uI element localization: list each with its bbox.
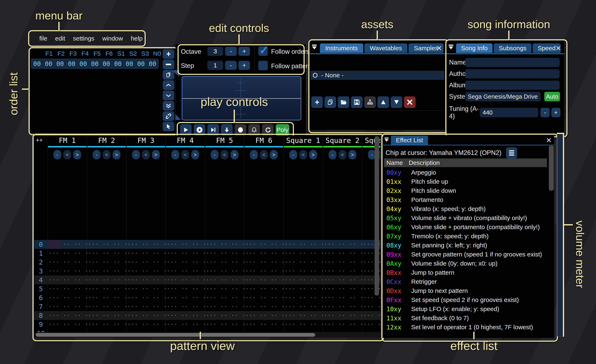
pattern-cell[interactable]: ··· ·· ·· ·· ·· <box>205 259 244 265</box>
order-column-header[interactable]: F5 <box>91 50 103 57</box>
octave-value[interactable]: 3 <box>207 47 223 56</box>
pattern-cell[interactable]: ··· ·· ·· ·· ·· <box>165 250 205 256</box>
pattern-corner-button[interactable]: ++ <box>36 137 43 144</box>
order-cell[interactable]: 00 <box>89 60 101 67</box>
pattern-row[interactable]: 8 ··· ·· ·· ·· ·· ··· ·· ·· ·· ·· ··· ··… <box>34 311 380 320</box>
tuning-value[interactable]: 440 <box>480 108 538 117</box>
follow-pattern-label[interactable]: Follow pattern <box>271 62 312 70</box>
pattern-cell[interactable]: ··· ·· ·· ·· ·· <box>126 313 165 319</box>
order-cell[interactable]: 00 <box>66 60 77 67</box>
pattern-cell[interactable]: ··· ·· ·· ·· ·· <box>205 268 244 274</box>
pattern-row[interactable]: 7 ··· ·· ·· ·· ·· ··· ·· ·· ·· ·· ··· ··… <box>34 302 380 311</box>
order-column-header[interactable]: S1 <box>115 50 127 57</box>
channel-name[interactable]: FM 5 <box>205 136 244 145</box>
order-column-header[interactable]: F6 <box>103 50 115 57</box>
channel-collapse-button[interactable]: - <box>132 150 140 160</box>
order-cell[interactable]: 00 <box>43 60 54 67</box>
song-field-input[interactable] <box>465 81 559 90</box>
assets-tab[interactable]: Instruments <box>320 44 363 53</box>
channel-expand-button[interactable]: > <box>191 150 199 160</box>
pattern-cell[interactable]: ··· ·· ·· ·· ·· <box>126 241 165 247</box>
pattern-cell[interactable]: ··· ·· ·· ·· ·· <box>323 241 362 247</box>
pattern-cell[interactable]: ··· ·· ·· ·· ·· <box>244 259 283 265</box>
pattern-cell[interactable]: ··· ·· ·· ·· ·· <box>323 250 362 256</box>
pattern-cell[interactable]: ··· ·· ·· ·· ·· <box>165 259 205 265</box>
pattern-cell[interactable]: ··· ·· ·· ·· ·· <box>283 241 323 247</box>
tuning-increase-button[interactable]: + <box>551 108 560 117</box>
channel-expand-button[interactable]: > <box>270 150 278 160</box>
channel-collapse-button[interactable]: - <box>171 150 179 160</box>
play-from-beginning-button[interactable] <box>194 124 205 136</box>
tuning-decrease-button[interactable]: - <box>541 108 550 117</box>
close-icon[interactable]: ✕ <box>435 44 443 53</box>
menu-item[interactable]: file <box>39 35 47 42</box>
repeat-pattern-toggle[interactable] <box>262 124 274 136</box>
pattern-cell[interactable]: ··· ·· ·· ·· ·· <box>323 295 362 301</box>
pattern-cell[interactable]: ··· ·· ·· ·· ·· <box>48 313 87 319</box>
duplicate-order-to-end-button[interactable] <box>163 101 174 111</box>
step-one-row-button[interactable] <box>221 124 233 136</box>
pattern-cell[interactable]: ··· ·· ·· ·· ·· <box>323 304 362 310</box>
effect-list-menu-button[interactable] <box>506 147 517 158</box>
pattern-cell[interactable]: ··· ·· ·· ·· ·· <box>165 286 205 292</box>
follow-orders-checkbox[interactable]: ✓ <box>258 46 268 56</box>
delete-asset-button[interactable] <box>404 96 416 108</box>
order-cell[interactable]: 00 <box>101 60 112 67</box>
channel-name[interactable]: FM 2 <box>87 136 126 145</box>
poly-toggle[interactable]: Poly <box>276 124 289 136</box>
song-info-tab[interactable]: Song Info <box>456 44 492 53</box>
pattern-cell[interactable]: ··· ·· ·· ·· ·· <box>87 313 126 319</box>
collapse-panel-icon[interactable] <box>384 137 389 142</box>
pattern-cell[interactable]: ··· ·· ·· ·· ·· <box>48 295 87 301</box>
pattern-cell[interactable]: ··· ·· ·· ·· ·· <box>87 268 126 274</box>
pattern-cell[interactable]: ··· ·· ·· ·· ·· <box>48 268 87 274</box>
order-column-header[interactable]: F3 <box>67 50 79 57</box>
close-icon[interactable]: ✕ <box>554 44 562 53</box>
pattern-cell[interactable]: ··· ·· ·· ·· ·· <box>323 313 362 319</box>
pattern-cell[interactable]: ··· ·· ·· ·· ·· <box>48 277 87 283</box>
move-asset-down-button[interactable] <box>391 96 402 108</box>
play-button[interactable] <box>180 124 192 136</box>
channel-shrink-button[interactable]: < <box>221 150 229 160</box>
channel-collapse-button[interactable]: - <box>289 150 297 160</box>
step-value[interactable]: 1 <box>207 61 223 70</box>
pattern-cell[interactable]: ··· ·· ·· ·· ·· <box>283 286 323 292</box>
channel-name[interactable]: FM 1 <box>48 136 87 145</box>
channel-shrink-button[interactable]: < <box>299 150 307 160</box>
pattern-cell[interactable]: ··· ·· ·· ·· ·· <box>323 322 362 328</box>
order-cell[interactable]: 00 <box>135 60 147 67</box>
pattern-cell[interactable]: ··· ·· ·· ·· ·· <box>283 322 323 328</box>
channel-name[interactable]: Square 1 <box>283 136 323 145</box>
move-order-down-button[interactable] <box>163 91 174 100</box>
menu-item[interactable]: settings <box>73 35 94 42</box>
open-asset-button[interactable] <box>338 96 349 108</box>
pattern-cell[interactable]: ··· ·· ·· ·· ·· <box>244 277 283 283</box>
pattern-cell[interactable]: ··· ·· ·· ·· ·· <box>244 268 283 274</box>
pattern-row[interactable]: 4 ··· ·· ·· ·· ·· ··· ·· ·· ·· ·· ··· ··… <box>34 276 380 284</box>
channel-collapse-button[interactable]: - <box>53 150 61 160</box>
asset-list-item[interactable]: - None - <box>310 71 445 80</box>
pattern-cell[interactable]: ··· ·· ·· ·· ·· <box>283 313 323 319</box>
pattern-cell[interactable]: ··· ·· ·· ·· ·· <box>87 241 126 247</box>
channel-expand-button[interactable]: > <box>152 150 160 160</box>
pattern-cell[interactable]: ··· ·· ·· ·· ·· <box>48 286 87 292</box>
pattern-row[interactable]: 9 ··· ·· ·· ·· ·· ··· ·· ·· ·· ·· ··· ··… <box>34 320 380 329</box>
pattern-cell[interactable]: ··· ·· ·· ·· ·· <box>244 241 283 247</box>
pattern-cell[interactable]: ··· ·· ·· ·· ·· <box>362 313 380 319</box>
edit-record-toggle[interactable] <box>235 124 246 136</box>
system-auto-button[interactable]: Auto <box>544 92 560 101</box>
pattern-cell[interactable]: ··· ·· ·· ·· ·· <box>205 286 244 292</box>
pattern-row[interactable]: 2 ··· ·· ·· ·· ·· ··· ·· ·· ·· ·· ··· ··… <box>34 258 380 267</box>
move-asset-up-button[interactable] <box>378 96 389 108</box>
pattern-cell[interactable]: ··· ·· ·· ·· ·· <box>48 259 87 265</box>
v-scrollbar-thumb[interactable] <box>549 146 554 191</box>
order-column-header[interactable]: F1 <box>43 50 55 57</box>
pattern-cell[interactable]: ··· ·· ·· ·· ·· <box>244 295 283 301</box>
order-column-header[interactable]: F2 <box>55 50 67 57</box>
pattern-cell[interactable]: ··· ·· ·· ·· ·· <box>244 250 283 256</box>
move-order-up-button[interactable] <box>163 80 174 90</box>
close-icon[interactable]: ✕ <box>545 136 553 145</box>
pattern-cell[interactable]: ··· ·· ·· ·· ·· <box>126 259 165 265</box>
assets-tab[interactable]: Wavetables <box>365 44 408 53</box>
pattern-cell[interactable]: ··· ·· ·· ·· ·· <box>283 295 323 301</box>
